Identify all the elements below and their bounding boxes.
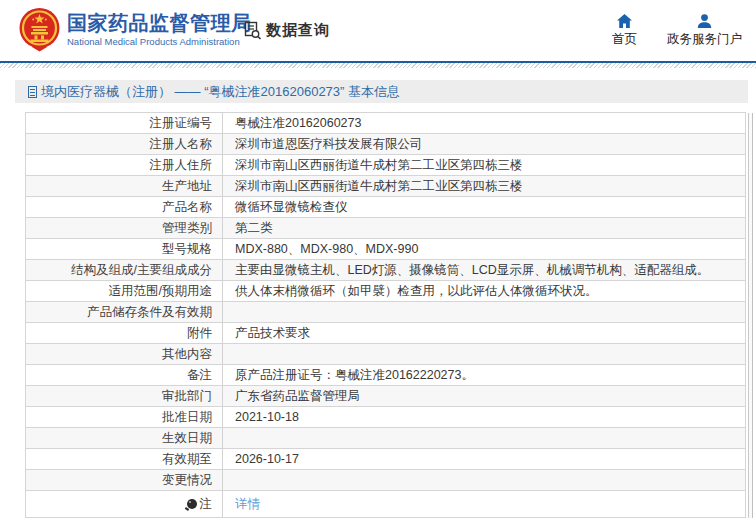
table-row: 变更情况 (26, 470, 745, 491)
row-value: 粤械注准20162060273 (223, 113, 745, 133)
row-label-text: 附件 (187, 325, 212, 342)
row-label: 结构及组成/主要组成成分 (26, 260, 223, 280)
row-label: 型号规格 (26, 239, 223, 259)
row-value (223, 344, 745, 364)
note-icon (187, 499, 197, 509)
row-label: 附件 (26, 323, 223, 343)
header-hatch-strip (0, 63, 756, 68)
scrollbar[interactable] (748, 113, 753, 518)
row-value: 深圳市南山区西丽街道牛成村第二工业区第四栋三楼 (223, 155, 745, 175)
nav-item-home[interactable]: 首页 (612, 14, 637, 48)
row-label-text: 产品名称 (162, 199, 212, 216)
national-emblem-icon (19, 7, 60, 52)
row-label: 审批部门 (26, 386, 223, 406)
row-label: 适用范围/预期用途 (26, 281, 223, 301)
nav-item-portal[interactable]: 政务服务门户 (667, 14, 742, 48)
table-row: 生产地址深圳市南山区西丽街道牛成村第二工业区第四栋三楼 (26, 176, 745, 197)
row-label: 有效期至 (26, 449, 223, 469)
table-row: 适用范围/预期用途供人体末梢微循环（如甲襞）检查用，以此评估人体微循环状况。 (26, 281, 745, 302)
table-row: 批准日期2021-10-18 (26, 407, 745, 428)
row-value: 原产品注册证号：粤械注准20162220273。 (223, 365, 745, 385)
row-value: 微循环显微镜检查仪 (223, 197, 745, 217)
row-value: 第二类 (223, 218, 745, 238)
nav-label-home: 首页 (612, 31, 637, 48)
table-row: 产品储存条件及有效期 (26, 302, 745, 323)
home-icon (617, 14, 632, 28)
document-search-icon (243, 21, 262, 40)
row-label: 产品储存条件及有效期 (26, 302, 223, 322)
row-label-text: 型号规格 (162, 241, 212, 258)
row-label-text: 管理类别 (162, 220, 212, 237)
table-row: 有效期至2026-10-17 (26, 449, 745, 470)
row-label: 生效日期 (26, 428, 223, 448)
table-row: 审批部门广东省药品监督管理局 (26, 386, 745, 407)
table-row: 附件产品技术要求 (26, 323, 745, 344)
row-label: 注册人名称 (26, 134, 223, 154)
detail-link[interactable]: 详情 (235, 496, 260, 513)
site-title-block: 国家药品监督管理局 National Medical Products Admi… (67, 11, 252, 48)
row-label-text: 其他内容 (162, 346, 212, 363)
row-label-text: 注册人住所 (150, 157, 213, 174)
table-row: 生效日期 (26, 428, 745, 449)
row-label: 管理类别 (26, 218, 223, 238)
site-title: 国家药品监督管理局 (67, 11, 252, 35)
row-value (223, 428, 745, 448)
row-label: 产品名称 (26, 197, 223, 217)
table-row: 型号规格MDX-880、MDX-980、MDX-990 (26, 239, 745, 260)
row-label-text: 生效日期 (162, 430, 212, 447)
row-label-text: 注册证编号 (150, 115, 213, 132)
row-label: 注册人住所 (26, 155, 223, 175)
table-row: 管理类别第二类 (26, 218, 745, 239)
nav-label-portal: 政务服务门户 (667, 31, 742, 48)
row-value: 主要由显微镜主机、LED灯源、摄像镜筒、LCD显示屏、机械调节机构、适配器组成。 (223, 260, 745, 280)
row-value (223, 470, 745, 490)
row-label: 批准日期 (26, 407, 223, 427)
row-value: 2021-10-18 (223, 407, 745, 427)
table-row: 产品名称微循环显微镜检查仪 (26, 197, 745, 218)
user-icon (697, 14, 712, 28)
table-row: 备注原产品注册证号：粤械注准20162220273。 (26, 365, 745, 386)
row-value: 深圳市道恩医疗科技发展有限公司 (223, 134, 745, 154)
row-label-text: 批准日期 (162, 409, 212, 426)
row-label-text: 注 (200, 496, 213, 513)
site-logo[interactable]: 国家药品监督管理局 National Medical Products Admi… (19, 7, 252, 52)
row-label-text: 结构及组成/主要组成成分 (71, 262, 212, 279)
row-label-text: 生产地址 (162, 178, 212, 195)
row-label-text: 注册人名称 (150, 136, 213, 153)
table-row: 结构及组成/主要组成成分主要由显微镜主机、LED灯源、摄像镜筒、LCD显示屏、机… (26, 260, 745, 281)
row-label: 其他内容 (26, 344, 223, 364)
site-subtitle: National Medical Products Administration (67, 36, 252, 48)
site-header: 国家药品监督管理局 National Medical Products Admi… (0, 0, 756, 61)
row-value: 供人体末梢微循环（如甲襞）检查用，以此评估人体微循环状况。 (223, 281, 745, 301)
table-row: 注册人住所深圳市南山区西丽街道牛成村第二工业区第四栋三楼 (26, 155, 745, 176)
page-icon (28, 86, 37, 98)
row-label-text: 审批部门 (162, 388, 212, 405)
row-label: 注 (26, 491, 223, 517)
data-query-nav[interactable]: 数据查询 (243, 21, 330, 40)
row-value: MDX-880、MDX-980、MDX-990 (223, 239, 745, 259)
row-label: 变更情况 (26, 470, 223, 490)
row-value (223, 302, 745, 322)
row-label-text: 变更情况 (162, 472, 212, 489)
row-label: 注册证编号 (26, 113, 223, 133)
row-value: 2026-10-17 (223, 449, 745, 469)
row-label: 备注 (26, 365, 223, 385)
data-query-label: 数据查询 (266, 21, 330, 40)
row-label-text: 适用范围/预期用途 (109, 283, 212, 300)
top-nav: 首页 政务服务门户 (612, 14, 742, 48)
row-value: 详情 (223, 491, 745, 517)
table-row: 注册人名称深圳市道恩医疗科技发展有限公司 (26, 134, 745, 155)
row-label-text: 产品储存条件及有效期 (87, 304, 212, 321)
row-label: 生产地址 (26, 176, 223, 196)
row-value: 深圳市南山区西丽街道牛成村第二工业区第四栋三楼 (223, 176, 745, 196)
row-label-text: 有效期至 (162, 451, 212, 468)
table-row: 注册证编号粤械注准20162060273 (26, 113, 745, 134)
breadcrumb: 境内医疗器械（注册） —— “粤械注准20162060273” 基本信息 (15, 80, 748, 103)
row-label-text: 备注 (187, 367, 212, 384)
row-value: 广东省药品监督管理局 (223, 386, 745, 406)
info-table: 注册证编号粤械注准20162060273注册人名称深圳市道恩医疗科技发展有限公司… (25, 112, 746, 518)
table-row: 其他内容 (26, 344, 745, 365)
breadcrumb-text: 境内医疗器械（注册） —— “粤械注准20162060273” 基本信息 (41, 83, 400, 101)
table-row: 注详情 (26, 491, 745, 518)
row-value: 产品技术要求 (223, 323, 745, 343)
